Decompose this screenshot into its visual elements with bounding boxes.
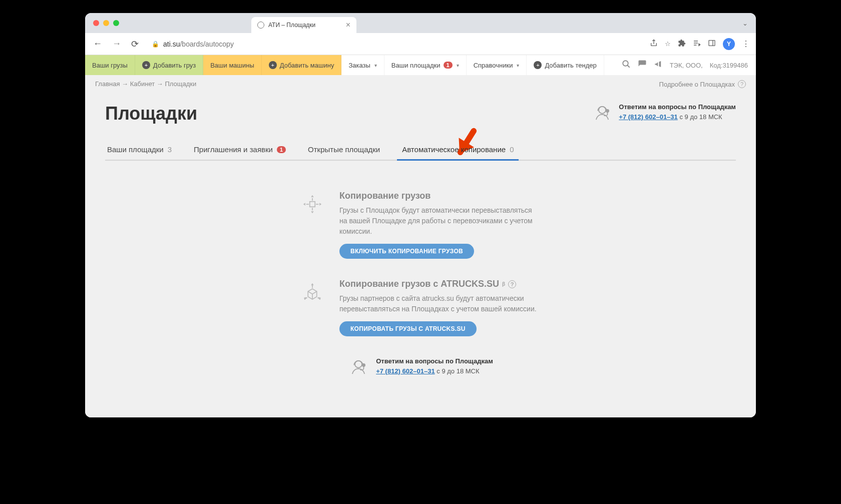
- star-icon[interactable]: ☆: [665, 40, 671, 48]
- lock-icon: 🔒: [152, 41, 159, 48]
- svg-line-7: [627, 65, 630, 68]
- tab-open-boards[interactable]: Открытые площадки: [306, 139, 382, 160]
- nav-orders-label: Заказы: [348, 62, 370, 69]
- cube-arrows-icon: [300, 279, 324, 336]
- support-hours: с 9 до 18 МСК: [679, 113, 722, 121]
- reload-button-icon[interactable]: ⟳: [129, 37, 141, 52]
- svg-rect-4: [709, 41, 715, 46]
- share-icon[interactable]: [650, 39, 658, 49]
- nav-org-name[interactable]: ТЭК, ООО,: [670, 62, 703, 69]
- support-box: Ответим на вопросы по Площадкам +7 (812)…: [592, 102, 736, 123]
- address-bar[interactable]: 🔒 ati.su/boards/autocopy: [147, 37, 644, 52]
- support-agent-icon: [348, 356, 369, 377]
- nav-add-cargo[interactable]: + Добавить груз: [135, 55, 203, 75]
- enable-copy-cargo-button[interactable]: ВКЛЮЧИТЬ КОПИРОВАНИЕ ГРУЗОВ: [339, 244, 474, 259]
- nav-add-tender-label: Добавить тендер: [545, 62, 596, 69]
- svg-point-12: [362, 364, 365, 366]
- plus-icon: +: [534, 61, 542, 69]
- nav-add-cargo-label: Добавить груз: [153, 62, 196, 69]
- window-controls: [93, 20, 119, 26]
- chevron-down-icon: ▾: [457, 63, 459, 68]
- section-atrucks: Копирование грузов с ATRUCKS.SU β ? Груз…: [300, 279, 541, 336]
- support-agent-icon: [592, 102, 613, 123]
- support-title: Ответим на вопросы по Площадкам: [619, 102, 736, 112]
- main-nav: Ваши грузы + Добавить груз Ваши машины +…: [85, 55, 756, 75]
- plus-icon: +: [269, 61, 277, 69]
- extensions-icon[interactable]: [678, 39, 686, 49]
- tab-count: 0: [510, 145, 514, 154]
- tab-label: Автоматическое копирование: [402, 145, 506, 154]
- chat-icon[interactable]: [638, 60, 647, 71]
- breadcrumb-current: Площадки: [165, 80, 196, 88]
- section-desc: Грузы партнеров с сайта atrucks.su будут…: [339, 293, 541, 314]
- support-phone[interactable]: +7 (812) 602–01–31: [619, 113, 677, 121]
- section-copy-cargo: Копирование грузов Грузы с Площадок буду…: [300, 191, 541, 259]
- beta-badge: β: [502, 281, 505, 287]
- tab-autocopy[interactable]: Автоматическое копирование 0: [400, 139, 516, 160]
- profile-avatar[interactable]: Y: [723, 38, 735, 50]
- breadcrumb-bar: Главная → Кабинет → Площадки Подробнее о…: [85, 75, 756, 93]
- favicon-icon: [257, 22, 264, 29]
- page-content: Ваши грузы + Добавить груз Ваши машины +…: [85, 55, 756, 417]
- browser-menu-icon[interactable]: ⋮: [742, 39, 750, 49]
- nav-your-trucks[interactable]: Ваши машины: [203, 55, 262, 75]
- plus-icon: +: [142, 61, 150, 69]
- tab-count: 3: [168, 145, 172, 154]
- tab-list-dropdown-icon[interactable]: ⌄: [742, 20, 748, 27]
- browser-toolbar: ← → ⟳ 🔒 ati.su/boards/autocopy ☆: [85, 33, 756, 55]
- tab-label: Открытые площадки: [308, 145, 380, 154]
- section-desc: Грузы с Площадок будут автоматически пер…: [339, 205, 541, 237]
- breadcrumb: Главная → Кабинет → Площадки: [95, 80, 196, 88]
- tab-label: Приглашения и заявки: [194, 145, 273, 154]
- svg-point-6: [623, 61, 628, 66]
- url-domain: ati.su: [163, 40, 180, 48]
- nav-your-boards[interactable]: Ваши площадки 1 ▾: [384, 55, 467, 75]
- section-title: Копирование грузов: [339, 191, 541, 201]
- breadcrumb-cabinet[interactable]: Кабинет: [130, 80, 155, 88]
- megaphone-icon[interactable]: [654, 60, 663, 71]
- nav-boards-label: Ваши площадки: [391, 62, 441, 69]
- support-phone[interactable]: +7 (812) 602–01–31: [376, 367, 435, 375]
- sidepanel-icon[interactable]: [708, 39, 716, 49]
- window-maximize-icon[interactable]: [113, 20, 119, 26]
- copy-atrucks-button[interactable]: КОПИРОВАТЬ ГРУЗЫ С ATRUCKS.SU: [339, 321, 477, 336]
- nav-your-cargo[interactable]: Ваши грузы: [85, 55, 135, 75]
- chevron-down-icon: ▾: [374, 63, 377, 68]
- window-close-icon[interactable]: [93, 20, 99, 26]
- copy-arrows-icon: [300, 191, 324, 259]
- help-icon[interactable]: ?: [508, 280, 516, 288]
- browser-tab-strip: АТИ – Площадки × ⌄: [85, 13, 756, 33]
- back-button-icon[interactable]: ←: [91, 37, 104, 51]
- nav-orders[interactable]: Заказы ▾: [341, 55, 384, 75]
- tab-invites[interactable]: Приглашения и заявки 1: [192, 139, 288, 160]
- nav-refs-label: Справочники: [474, 62, 513, 69]
- svg-rect-10: [310, 202, 315, 207]
- nav-references[interactable]: Справочники ▾: [467, 55, 527, 75]
- nav-add-tender[interactable]: + Добавить тендер: [527, 55, 604, 75]
- breadcrumb-home[interactable]: Главная: [95, 80, 120, 88]
- page-tabs: Ваши площадки 3 Приглашения и заявки 1 О…: [105, 139, 736, 161]
- footer-support: Ответим на вопросы по Площадкам +7 (812)…: [348, 356, 493, 377]
- forward-button-icon: →: [110, 37, 123, 51]
- tab-label: Ваши площадки: [107, 145, 164, 154]
- svg-point-9: [606, 110, 609, 112]
- nav-org-code: Код:3199486: [710, 62, 748, 69]
- nav-add-truck-label: Добавить машину: [280, 62, 334, 69]
- support-title: Ответим на вопросы по Площадкам: [376, 356, 493, 366]
- search-icon[interactable]: [622, 60, 631, 71]
- playlist-icon[interactable]: [693, 39, 701, 49]
- tab-badge: 1: [277, 146, 286, 153]
- tab-title: АТИ – Площадки: [268, 22, 315, 29]
- section-title: Копирование грузов с ATRUCKS.SU: [339, 279, 499, 289]
- nav-add-truck[interactable]: + Добавить машину: [262, 55, 342, 75]
- tab-close-icon[interactable]: ×: [346, 21, 350, 29]
- svg-marker-3: [699, 44, 700, 46]
- browser-tab[interactable]: АТИ – Площадки ×: [251, 17, 356, 33]
- url-path: /boards/autocopy: [180, 40, 233, 48]
- tab-your-boards[interactable]: Ваши площадки 3: [105, 139, 174, 160]
- nav-boards-badge: 1: [444, 62, 453, 69]
- support-hours: с 9 до 18 МСК: [437, 367, 479, 375]
- window-minimize-icon[interactable]: [103, 20, 109, 26]
- help-link[interactable]: Подробнее о Площадках ?: [659, 80, 746, 88]
- browser-window: АТИ – Площадки × ⌄ ← → ⟳ 🔒 ati.su/boards…: [85, 13, 756, 417]
